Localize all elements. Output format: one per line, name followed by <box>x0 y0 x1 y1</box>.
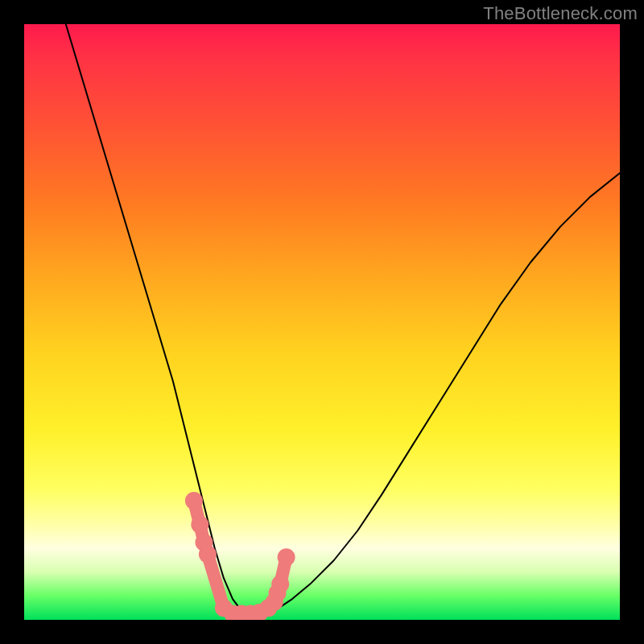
chart-frame: TheBottleneck.com <box>0 0 644 644</box>
highlight-point <box>199 546 217 564</box>
highlight-point <box>191 516 208 534</box>
plot-area <box>24 24 620 620</box>
highlight-point <box>271 576 289 593</box>
plot-svg <box>24 24 620 620</box>
highlight-point <box>278 548 295 566</box>
highlight-point <box>185 492 203 510</box>
bottleneck-curve <box>66 24 620 617</box>
watermark-text: TheBottleneck.com <box>483 3 638 24</box>
